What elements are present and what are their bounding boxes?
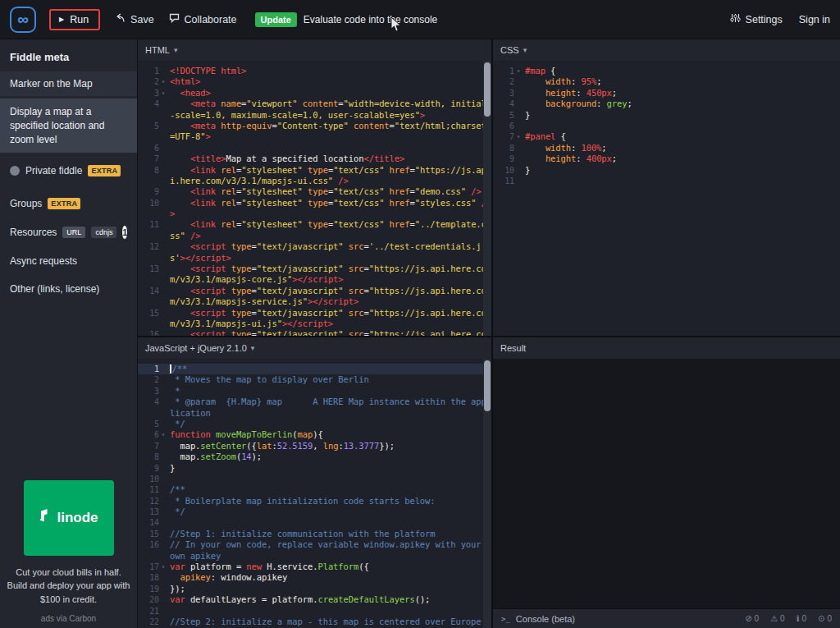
code-line[interactable]: 3▾ <head> xyxy=(138,88,491,99)
code-line[interactable]: 21 xyxy=(138,606,491,617)
url-badge[interactable]: URL xyxy=(62,227,85,238)
other-links-row[interactable]: Other (links, license) xyxy=(10,283,127,295)
code-line[interactable]: =UTF-8"> xyxy=(138,131,491,142)
fold-caret-icon[interactable]: ▾ xyxy=(159,562,167,572)
code-line[interactable]: 15 <script type="text/javascript" src="h… xyxy=(138,308,491,319)
code-line[interactable]: s'></script> xyxy=(138,253,491,264)
ad-text[interactable]: Cut your cloud bills in half. Build and … xyxy=(7,566,131,607)
code-line[interactable]: 20var defaultLayers = platform.createDef… xyxy=(138,594,491,605)
code-line[interactable]: 10 xyxy=(138,474,491,484)
code-line[interactable]: 11/** xyxy=(138,484,491,495)
code-line[interactable]: > xyxy=(138,209,491,219)
code-line[interactable]: 1<!DOCTYPE html> xyxy=(138,66,491,76)
code-line[interactable]: 5 */ xyxy=(138,419,491,429)
console-info-counter[interactable]: ℹ 0 xyxy=(797,614,806,623)
fold-caret-icon[interactable]: ▾ xyxy=(514,66,523,76)
code-line[interactable]: 13 <script type="text/javascript" src="h… xyxy=(138,264,491,274)
code-line[interactable]: 3 height: 450px; xyxy=(493,88,840,99)
code-line[interactable]: 2 width: 95%; xyxy=(493,76,840,87)
code-line[interactable]: 12 <script type="text/javascript" src='.… xyxy=(138,241,491,252)
html-editor-scrollbar[interactable] xyxy=(483,61,491,336)
fold-caret-icon[interactable]: ▾ xyxy=(159,76,167,87)
code-line[interactable]: m/v3/3.1/mapsjs-ui.js"></script> xyxy=(138,319,491,329)
scrollbar-thumb[interactable] xyxy=(484,62,491,117)
fold-caret-icon[interactable]: ▾ xyxy=(159,88,167,99)
jsfiddle-logo-icon[interactable]: ∞ xyxy=(10,7,36,33)
code-line[interactable]: 6 xyxy=(493,121,840,131)
signin-button[interactable]: Sign in xyxy=(799,14,830,25)
console-bar[interactable]: >_ Console (beta) ⊘ 0 ⚠ 0 ℹ 0 xyxy=(493,608,840,628)
code-line[interactable]: 9 height: 400px; xyxy=(493,154,840,164)
ads-via-carbon-label[interactable]: ads via Carbon xyxy=(0,614,137,623)
code-line[interactable]: i.here.com/v3/3.1/mapsjs-ui.css" /> xyxy=(138,176,491,186)
code-line[interactable]: 10} xyxy=(493,165,840,176)
code-line[interactable]: 3 * xyxy=(138,386,491,397)
code-line[interactable]: 8 map.setZoom(14); xyxy=(138,452,491,462)
code-line[interactable]: 16// In your own code, replace variable … xyxy=(138,539,491,550)
html-code-editor[interactable]: 1<!DOCTYPE html>2▾<html>3▾ <head>4 <meta… xyxy=(138,61,491,336)
code-line[interactable]: 10 <link rel="stylesheet" type="text/css… xyxy=(138,198,491,209)
code-line[interactable]: 12 * Boilerplate map initialization code… xyxy=(138,496,491,507)
code-line[interactable]: 7 <title>Map at a specified location</ti… xyxy=(138,154,491,164)
update-badge[interactable]: Update xyxy=(255,12,297,27)
async-requests-row[interactable]: Async requests xyxy=(10,255,127,267)
code-line[interactable]: 13 */ xyxy=(138,507,491,517)
groups-row[interactable]: Groups EXTRA xyxy=(10,198,127,209)
javascript-code-editor[interactable]: 1/**2 * Moves the map to display over Be… xyxy=(138,359,491,628)
code-line[interactable]: own apikey xyxy=(138,551,491,562)
console-errors-counter[interactable]: ⊘ 0 xyxy=(745,614,759,623)
code-line[interactable]: 16 <script type="text/javascript" src="h… xyxy=(138,329,491,336)
code-line[interactable]: 5 <meta http-equiv="Content-type" conten… xyxy=(138,121,491,131)
html-panel-header[interactable]: HTML ▾ xyxy=(138,39,491,61)
code-line[interactable]: 18 apikey: window.apikey xyxy=(138,572,491,583)
scrollbar-thumb[interactable] xyxy=(484,360,491,411)
code-line[interactable]: m/v3/3.1/mapsjs-core.js"></script> xyxy=(138,274,491,285)
code-line[interactable]: lication xyxy=(138,408,491,419)
settings-button[interactable]: Settings xyxy=(730,13,783,25)
css-code-editor[interactable]: 1▾#map {2 width: 95%;3 height: 450px;4 b… xyxy=(493,61,840,336)
code-line[interactable]: 7 map.setCenter({lat:52.5159, lng:13.377… xyxy=(138,441,491,452)
code-line[interactable]: 6 xyxy=(138,143,491,154)
save-button[interactable]: Save xyxy=(115,13,154,25)
collaborate-button[interactable]: Collaborate xyxy=(169,13,237,25)
code-line[interactable]: 8 width: 100%; xyxy=(493,143,840,154)
linode-ad-tile[interactable]: linode xyxy=(24,480,114,556)
code-line[interactable]: 1/** xyxy=(138,364,491,374)
code-line[interactable]: 9 <link rel="stylesheet" type="text/css"… xyxy=(138,186,491,197)
code-line[interactable]: 14 <script type="text/javascript" src="h… xyxy=(138,286,491,296)
code-line[interactable]: 5} xyxy=(493,110,840,121)
javascript-editor-scrollbar[interactable] xyxy=(483,359,491,628)
code-line[interactable]: 14 xyxy=(138,517,491,528)
code-line[interactable]: 4 <meta name="viewport" content="width=d… xyxy=(138,99,491,109)
javascript-panel-header[interactable]: JavaScript + jQuery 2.1.0 ▾ xyxy=(138,337,491,359)
code-line[interactable]: 17▾var platform = new H.service.Platform… xyxy=(138,562,491,572)
code-line[interactable]: 4 background: grey; xyxy=(493,99,840,109)
code-line[interactable]: 1▾#map { xyxy=(493,66,840,76)
fiddle-title-field[interactable]: Marker on the Map xyxy=(0,71,137,96)
code-line[interactable]: 8 <link rel="stylesheet" type="text/css"… xyxy=(138,165,491,176)
code-line[interactable]: 4 * @param {H.Map} map A HERE Map instan… xyxy=(138,397,491,407)
fiddle-description-field[interactable]: Display a map at a specified location an… xyxy=(0,99,137,153)
code-line[interactable]: 19}); xyxy=(138,584,491,594)
code-line[interactable]: -scale=1.0, maximum-scale=1.0, user-scal… xyxy=(138,110,491,121)
code-line[interactable]: ss" /> xyxy=(138,231,491,241)
code-line[interactable]: 11 <link rel="stylesheet" type="text/css… xyxy=(138,219,491,230)
console-logs-counter[interactable]: ⊙ 0 xyxy=(818,614,832,623)
run-button[interactable]: ▶ Run xyxy=(49,9,100,30)
code-line[interactable]: 2▾<html> xyxy=(138,76,491,87)
code-line[interactable]: 15//Step 1: initialize communication wit… xyxy=(138,529,491,539)
code-line[interactable]: 6▾function moveMapToBerlin(map){ xyxy=(138,429,491,440)
fold-caret-icon[interactable]: ▾ xyxy=(514,131,523,142)
code-line[interactable]: 7▾#panel { xyxy=(493,131,840,142)
resources-row[interactable]: Resources URL cdnjs 1 xyxy=(10,226,127,239)
cdnjs-badge[interactable]: cdnjs xyxy=(91,227,116,238)
css-panel-header[interactable]: CSS ▾ xyxy=(493,39,840,61)
code-line[interactable]: 2 * Moves the map to display over Berlin xyxy=(138,374,491,385)
code-line[interactable]: 11 xyxy=(493,176,840,186)
console-warnings-counter[interactable]: ⚠ 0 xyxy=(770,614,785,623)
code-line[interactable]: 9} xyxy=(138,463,491,474)
code-line[interactable]: 22//Step 2: initialize a map - this map … xyxy=(138,617,491,627)
fold-caret-icon[interactable]: ▾ xyxy=(159,429,167,440)
code-line[interactable]: m/v3/3.1/mapsjs-service.js"></script> xyxy=(138,296,491,307)
private-toggle[interactable] xyxy=(10,166,20,176)
